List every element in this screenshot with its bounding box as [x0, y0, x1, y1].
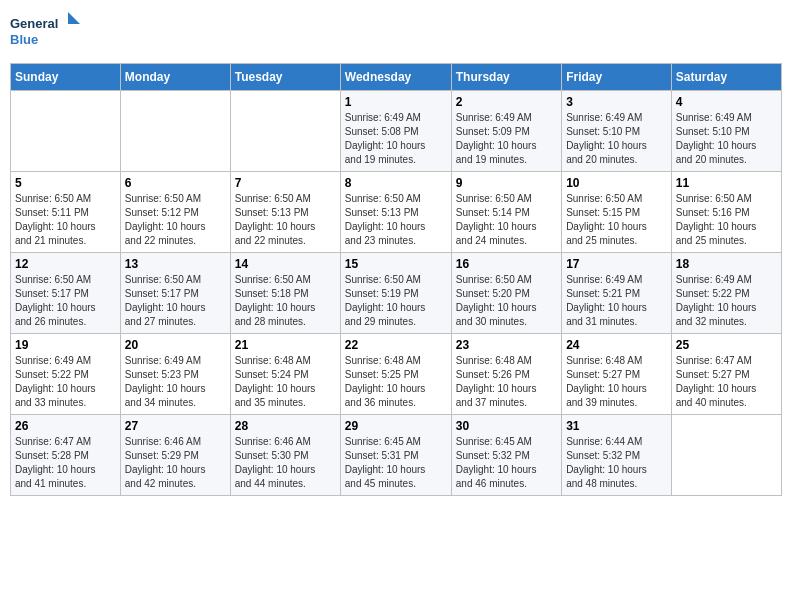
- day-info: Sunrise: 6:49 AM Sunset: 5:10 PM Dayligh…: [566, 111, 667, 167]
- calendar-cell: 19Sunrise: 6:49 AM Sunset: 5:22 PM Dayli…: [11, 334, 121, 415]
- day-number: 23: [456, 338, 557, 352]
- day-number: 29: [345, 419, 447, 433]
- day-info: Sunrise: 6:50 AM Sunset: 5:11 PM Dayligh…: [15, 192, 116, 248]
- calendar-cell: 25Sunrise: 6:47 AM Sunset: 5:27 PM Dayli…: [671, 334, 781, 415]
- day-number: 2: [456, 95, 557, 109]
- calendar-cell: 23Sunrise: 6:48 AM Sunset: 5:26 PM Dayli…: [451, 334, 561, 415]
- calendar-cell: 29Sunrise: 6:45 AM Sunset: 5:31 PM Dayli…: [340, 415, 451, 496]
- day-info: Sunrise: 6:44 AM Sunset: 5:32 PM Dayligh…: [566, 435, 667, 491]
- day-number: 10: [566, 176, 667, 190]
- calendar-cell: 30Sunrise: 6:45 AM Sunset: 5:32 PM Dayli…: [451, 415, 561, 496]
- calendar-cell: 22Sunrise: 6:48 AM Sunset: 5:25 PM Dayli…: [340, 334, 451, 415]
- calendar-cell: 15Sunrise: 6:50 AM Sunset: 5:19 PM Dayli…: [340, 253, 451, 334]
- calendar-cell: 1Sunrise: 6:49 AM Sunset: 5:08 PM Daylig…: [340, 91, 451, 172]
- col-header-thursday: Thursday: [451, 64, 561, 91]
- svg-marker-2: [68, 12, 80, 24]
- day-info: Sunrise: 6:45 AM Sunset: 5:32 PM Dayligh…: [456, 435, 557, 491]
- day-info: Sunrise: 6:49 AM Sunset: 5:21 PM Dayligh…: [566, 273, 667, 329]
- day-number: 28: [235, 419, 336, 433]
- day-info: Sunrise: 6:50 AM Sunset: 5:18 PM Dayligh…: [235, 273, 336, 329]
- day-info: Sunrise: 6:48 AM Sunset: 5:24 PM Dayligh…: [235, 354, 336, 410]
- logo-svg: General Blue: [10, 10, 80, 55]
- day-info: Sunrise: 6:50 AM Sunset: 5:16 PM Dayligh…: [676, 192, 777, 248]
- calendar-table: SundayMondayTuesdayWednesdayThursdayFrid…: [10, 63, 782, 496]
- day-info: Sunrise: 6:50 AM Sunset: 5:19 PM Dayligh…: [345, 273, 447, 329]
- col-header-tuesday: Tuesday: [230, 64, 340, 91]
- day-number: 21: [235, 338, 336, 352]
- day-info: Sunrise: 6:48 AM Sunset: 5:26 PM Dayligh…: [456, 354, 557, 410]
- calendar-cell: 31Sunrise: 6:44 AM Sunset: 5:32 PM Dayli…: [562, 415, 672, 496]
- col-header-friday: Friday: [562, 64, 672, 91]
- day-number: 30: [456, 419, 557, 433]
- day-info: Sunrise: 6:49 AM Sunset: 5:23 PM Dayligh…: [125, 354, 226, 410]
- calendar-cell: 7Sunrise: 6:50 AM Sunset: 5:13 PM Daylig…: [230, 172, 340, 253]
- day-number: 6: [125, 176, 226, 190]
- calendar-cell: 20Sunrise: 6:49 AM Sunset: 5:23 PM Dayli…: [120, 334, 230, 415]
- calendar-cell: 11Sunrise: 6:50 AM Sunset: 5:16 PM Dayli…: [671, 172, 781, 253]
- day-info: Sunrise: 6:50 AM Sunset: 5:14 PM Dayligh…: [456, 192, 557, 248]
- day-number: 24: [566, 338, 667, 352]
- calendar-cell: 6Sunrise: 6:50 AM Sunset: 5:12 PM Daylig…: [120, 172, 230, 253]
- calendar-cell: 10Sunrise: 6:50 AM Sunset: 5:15 PM Dayli…: [562, 172, 672, 253]
- day-info: Sunrise: 6:50 AM Sunset: 5:17 PM Dayligh…: [15, 273, 116, 329]
- week-row-1: 1Sunrise: 6:49 AM Sunset: 5:08 PM Daylig…: [11, 91, 782, 172]
- day-number: 4: [676, 95, 777, 109]
- day-number: 1: [345, 95, 447, 109]
- svg-text:Blue: Blue: [10, 32, 38, 47]
- day-info: Sunrise: 6:50 AM Sunset: 5:13 PM Dayligh…: [235, 192, 336, 248]
- day-info: Sunrise: 6:49 AM Sunset: 5:08 PM Dayligh…: [345, 111, 447, 167]
- day-info: Sunrise: 6:47 AM Sunset: 5:28 PM Dayligh…: [15, 435, 116, 491]
- calendar-cell: 24Sunrise: 6:48 AM Sunset: 5:27 PM Dayli…: [562, 334, 672, 415]
- day-info: Sunrise: 6:49 AM Sunset: 5:22 PM Dayligh…: [15, 354, 116, 410]
- day-info: Sunrise: 6:49 AM Sunset: 5:09 PM Dayligh…: [456, 111, 557, 167]
- col-header-monday: Monday: [120, 64, 230, 91]
- calendar-cell: [671, 415, 781, 496]
- calendar-cell: 28Sunrise: 6:46 AM Sunset: 5:30 PM Dayli…: [230, 415, 340, 496]
- day-info: Sunrise: 6:49 AM Sunset: 5:22 PM Dayligh…: [676, 273, 777, 329]
- calendar-cell: 21Sunrise: 6:48 AM Sunset: 5:24 PM Dayli…: [230, 334, 340, 415]
- day-info: Sunrise: 6:49 AM Sunset: 5:10 PM Dayligh…: [676, 111, 777, 167]
- day-number: 9: [456, 176, 557, 190]
- day-number: 27: [125, 419, 226, 433]
- day-number: 7: [235, 176, 336, 190]
- week-row-2: 5Sunrise: 6:50 AM Sunset: 5:11 PM Daylig…: [11, 172, 782, 253]
- calendar-cell: 9Sunrise: 6:50 AM Sunset: 5:14 PM Daylig…: [451, 172, 561, 253]
- day-info: Sunrise: 6:50 AM Sunset: 5:17 PM Dayligh…: [125, 273, 226, 329]
- day-info: Sunrise: 6:46 AM Sunset: 5:30 PM Dayligh…: [235, 435, 336, 491]
- svg-text:General: General: [10, 16, 58, 31]
- logo: General Blue: [10, 10, 80, 55]
- calendar-cell: 12Sunrise: 6:50 AM Sunset: 5:17 PM Dayli…: [11, 253, 121, 334]
- col-header-wednesday: Wednesday: [340, 64, 451, 91]
- day-info: Sunrise: 6:47 AM Sunset: 5:27 PM Dayligh…: [676, 354, 777, 410]
- day-info: Sunrise: 6:45 AM Sunset: 5:31 PM Dayligh…: [345, 435, 447, 491]
- calendar-cell: [11, 91, 121, 172]
- day-number: 13: [125, 257, 226, 271]
- header-row: SundayMondayTuesdayWednesdayThursdayFrid…: [11, 64, 782, 91]
- day-number: 31: [566, 419, 667, 433]
- day-number: 5: [15, 176, 116, 190]
- day-number: 22: [345, 338, 447, 352]
- week-row-4: 19Sunrise: 6:49 AM Sunset: 5:22 PM Dayli…: [11, 334, 782, 415]
- day-info: Sunrise: 6:48 AM Sunset: 5:25 PM Dayligh…: [345, 354, 447, 410]
- day-number: 26: [15, 419, 116, 433]
- day-number: 19: [15, 338, 116, 352]
- calendar-cell: 26Sunrise: 6:47 AM Sunset: 5:28 PM Dayli…: [11, 415, 121, 496]
- page-header: General Blue: [10, 10, 782, 55]
- day-number: 17: [566, 257, 667, 271]
- day-number: 12: [15, 257, 116, 271]
- calendar-cell: 14Sunrise: 6:50 AM Sunset: 5:18 PM Dayli…: [230, 253, 340, 334]
- calendar-cell: 16Sunrise: 6:50 AM Sunset: 5:20 PM Dayli…: [451, 253, 561, 334]
- day-number: 3: [566, 95, 667, 109]
- calendar-cell: 8Sunrise: 6:50 AM Sunset: 5:13 PM Daylig…: [340, 172, 451, 253]
- col-header-sunday: Sunday: [11, 64, 121, 91]
- day-number: 14: [235, 257, 336, 271]
- calendar-cell: 3Sunrise: 6:49 AM Sunset: 5:10 PM Daylig…: [562, 91, 672, 172]
- calendar-cell: [230, 91, 340, 172]
- day-info: Sunrise: 6:48 AM Sunset: 5:27 PM Dayligh…: [566, 354, 667, 410]
- day-info: Sunrise: 6:50 AM Sunset: 5:13 PM Dayligh…: [345, 192, 447, 248]
- calendar-cell: [120, 91, 230, 172]
- day-number: 16: [456, 257, 557, 271]
- calendar-cell: 4Sunrise: 6:49 AM Sunset: 5:10 PM Daylig…: [671, 91, 781, 172]
- day-info: Sunrise: 6:50 AM Sunset: 5:15 PM Dayligh…: [566, 192, 667, 248]
- day-number: 25: [676, 338, 777, 352]
